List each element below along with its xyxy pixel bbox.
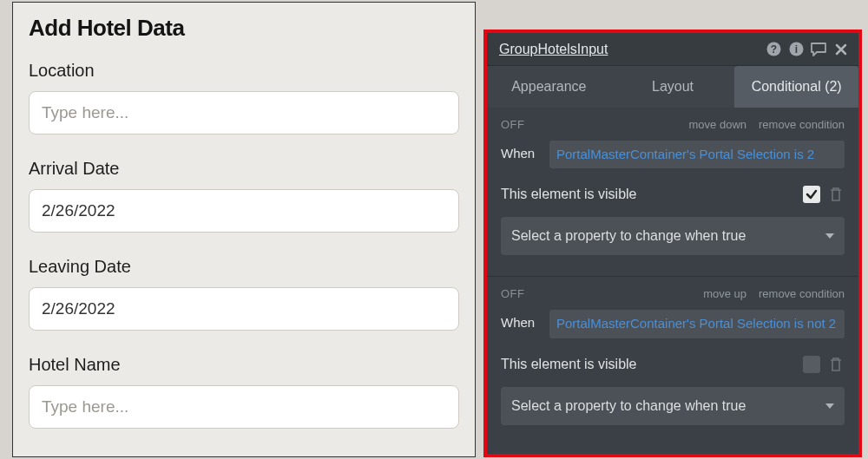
- remove-condition-link[interactable]: remove condition: [759, 118, 845, 131]
- property-select[interactable]: Select a property to change when true: [501, 387, 845, 425]
- info-icon[interactable]: i: [787, 41, 805, 58]
- visible-label: This element is visible: [501, 357, 803, 372]
- tab-conditional[interactable]: Conditional (2): [734, 66, 858, 108]
- remove-condition-link[interactable]: remove condition: [759, 287, 845, 300]
- trash-icon[interactable]: [829, 357, 845, 372]
- when-row: When PortalMasterContainer's Portal Sele…: [501, 310, 845, 338]
- move-up-link[interactable]: move up: [703, 287, 746, 300]
- label-hotel-name: Hotel Name: [29, 355, 459, 375]
- expression-input[interactable]: PortalMasterContainer's Portal Selection…: [549, 141, 845, 168]
- input-leaving-date[interactable]: [29, 287, 459, 331]
- input-arrival-date[interactable]: [29, 189, 459, 233]
- tab-layout[interactable]: Layout: [611, 66, 735, 108]
- condition-state: OFF: [501, 287, 691, 300]
- trash-icon[interactable]: [829, 187, 845, 202]
- visible-row: This element is visible: [501, 186, 845, 203]
- visible-checkbox[interactable]: [803, 186, 820, 203]
- svg-text:i: i: [794, 43, 797, 56]
- label-leaving-date: Leaving Date: [29, 257, 459, 277]
- conditional-body: OFF move down remove condition When Port…: [487, 108, 858, 454]
- help-icon[interactable]: ?: [765, 41, 782, 58]
- comment-icon[interactable]: [810, 41, 827, 58]
- property-select[interactable]: Select a property to change when true: [501, 217, 845, 255]
- when-label: When: [501, 310, 549, 330]
- condition-block: OFF move down remove condition When Port…: [487, 108, 858, 266]
- label-arrival-date: Arrival Date: [29, 159, 459, 179]
- visible-label: This element is visible: [501, 187, 803, 202]
- chevron-down-icon: [825, 403, 834, 409]
- label-location: Location: [29, 61, 459, 81]
- close-icon[interactable]: [832, 41, 850, 58]
- inspector-panel-highlight: GroupHotelsInput ? i Appearance Layout C…: [483, 30, 862, 457]
- tab-appearance[interactable]: Appearance: [487, 66, 611, 108]
- inspector-tabs: Appearance Layout Conditional (2): [487, 66, 858, 108]
- inspector-header: GroupHotelsInput ? i: [487, 33, 858, 66]
- input-location[interactable]: [29, 91, 459, 134]
- form-title: Add Hotel Data: [29, 15, 459, 42]
- form-panel: Add Hotel Data Location Arrival Date Lea…: [12, 2, 476, 457]
- inspector-panel: GroupHotelsInput ? i Appearance Layout C…: [487, 33, 858, 454]
- condition-block: OFF move up remove condition When Portal…: [487, 277, 858, 435]
- condition-state: OFF: [501, 118, 677, 131]
- property-select-label: Select a property to change when true: [511, 398, 746, 414]
- expression-input[interactable]: PortalMasterContainer's Portal Selection…: [549, 310, 845, 338]
- svg-text:?: ?: [770, 43, 776, 56]
- move-down-link[interactable]: move down: [689, 118, 746, 131]
- visible-checkbox[interactable]: [803, 356, 820, 373]
- chevron-down-icon: [825, 233, 834, 239]
- when-row: When PortalMasterContainer's Portal Sele…: [501, 141, 845, 168]
- inspector-title[interactable]: GroupHotelsInput: [499, 42, 760, 57]
- property-select-label: Select a property to change when true: [511, 228, 746, 244]
- when-label: When: [501, 141, 549, 161]
- condition-top-row: OFF move up remove condition: [501, 282, 845, 305]
- input-hotel-name[interactable]: [29, 385, 459, 429]
- condition-top-row: OFF move down remove condition: [501, 113, 845, 135]
- visible-row: This element is visible: [501, 356, 845, 373]
